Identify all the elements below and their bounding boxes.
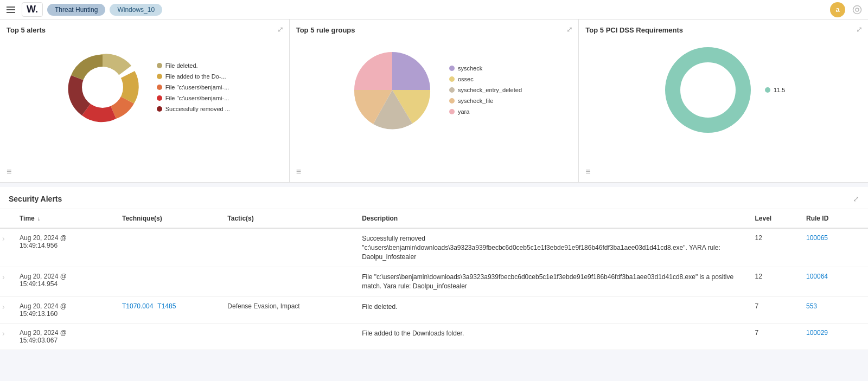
alerts-table-container: Time ↓ Technique(s) Tactic(s) Descriptio… [0, 209, 868, 350]
alerts-expand-icon[interactable]: ⤢ [853, 195, 859, 203]
chart2-content: syscheck ossec syscheck_entry_deleted sy… [296, 38, 572, 141]
chart3-title: Top 5 PCI DSS Requirements [585, 26, 861, 34]
alerts-table: Time ↓ Technique(s) Tactic(s) Descriptio… [0, 209, 868, 350]
row-description: File added to the Downloads folder. [355, 323, 748, 350]
legend-dot [157, 63, 162, 68]
legend-item: File "c:\users\benjami-... [157, 95, 230, 101]
chart2-legend: syscheck ossec syscheck_entry_deleted sy… [449, 65, 522, 115]
chart3-legend: 11.5 [765, 87, 785, 93]
row-time: Aug 20, 2024 @15:49:03.067 [13, 323, 116, 350]
legend-label: 11.5 [774, 87, 785, 93]
legend-label: ossec [458, 76, 474, 82]
th-level: Level [749, 209, 800, 228]
legend-dot [449, 87, 455, 93]
security-alerts-section: Security Alerts ⤢ Time ↓ Technique(s) Ta… [0, 187, 868, 350]
settings-icon[interactable] [851, 3, 864, 16]
user-avatar[interactable]: a [830, 2, 845, 17]
rule-id-link[interactable]: 100029 [806, 329, 828, 337]
legend-dot [449, 109, 455, 114]
chart1-donut [59, 44, 146, 131]
chart2-footer-icon: ≡ [296, 167, 301, 177]
chart3-expand-icon[interactable]: ⤢ [856, 25, 863, 34]
sort-desc-icon: ↓ [37, 216, 40, 222]
hamburger-menu[interactable] [4, 3, 17, 16]
th-time-label: Time [20, 215, 35, 222]
row-expand-cell[interactable]: › [0, 267, 13, 297]
rule-id-link[interactable]: 100064 [806, 273, 828, 280]
legend-item: syscheck [449, 65, 522, 72]
alerts-section-title: Security Alerts [9, 195, 62, 203]
chart-top5-pci: Top 5 PCI DSS Requirements ⤢ 11.5 ≡ [579, 20, 868, 182]
tab-windows10[interactable]: Windows_10 [110, 4, 162, 16]
legend-item: File deleted. [157, 62, 230, 69]
legend-label: File "c:\users\benjami-... [165, 95, 229, 101]
rule-id-link[interactable]: 553 [806, 302, 817, 310]
tab-threat-hunting[interactable]: Threat Hunting [47, 4, 105, 16]
row-level: 7 [749, 323, 800, 350]
table-row: ›Aug 20, 2024 @15:49:14.954File "c:\user… [0, 267, 868, 297]
table-row: ›Aug 20, 2024 @15:49:13.160T1070.004T148… [0, 296, 868, 323]
svg-rect-0 [7, 7, 15, 8]
row-techniques [116, 323, 221, 350]
technique-link[interactable]: T1070.004 [122, 302, 153, 310]
chevron-right-icon: › [2, 329, 5, 338]
row-description: File deleted. [355, 296, 748, 323]
svg-point-7 [687, 69, 729, 111]
legend-label: File added to the Do-... [165, 73, 226, 80]
row-time: Aug 20, 2024 @15:49:14.954 [13, 267, 116, 297]
row-rule-id[interactable]: 100029 [800, 323, 868, 350]
legend-item: ossec [449, 76, 522, 82]
legend-label: File deleted. [165, 62, 198, 69]
row-expand-cell[interactable]: › [0, 228, 13, 267]
rule-id-link[interactable]: 100065 [806, 234, 828, 242]
legend-label: syscheck_file [458, 98, 493, 104]
app-logo: W. [22, 2, 43, 17]
technique-link[interactable]: T1485 [157, 302, 176, 310]
legend-item: yara [449, 108, 522, 115]
th-tactics: Tactic(s) [221, 209, 355, 228]
row-rule-id[interactable]: 100065 [800, 228, 868, 267]
svg-point-4 [856, 8, 859, 11]
row-tactics [221, 323, 355, 350]
legend-dot [157, 95, 162, 101]
legend-label: File "c:\users\benjami-... [165, 84, 229, 91]
chart2-expand-icon[interactable]: ⤢ [566, 25, 573, 34]
row-tactics [221, 267, 355, 297]
row-time: Aug 20, 2024 @15:49:13.160 [13, 296, 116, 323]
th-description: Description [355, 209, 748, 228]
legend-dot [765, 87, 770, 93]
chart-top5-alerts: Top 5 alerts ⤢ [0, 20, 290, 182]
chart2-title: Top 5 rule groups [296, 26, 572, 34]
row-expand-cell[interactable]: › [0, 323, 13, 350]
chevron-right-icon: › [2, 273, 5, 281]
th-time[interactable]: Time ↓ [13, 209, 116, 228]
alerts-table-body: ›Aug 20, 2024 @15:49:14.956Successfully … [0, 228, 868, 350]
legend-item: 11.5 [765, 87, 785, 93]
legend-dot [449, 98, 455, 104]
legend-item: File added to the Do-... [157, 73, 230, 80]
chevron-right-icon: › [2, 234, 5, 243]
legend-dot [157, 106, 162, 112]
svg-rect-2 [7, 12, 15, 13]
legend-item: Successfully removed ... [157, 106, 230, 112]
alerts-header: Security Alerts ⤢ [0, 187, 868, 209]
chart1-expand-icon[interactable]: ⤢ [277, 25, 284, 34]
legend-item: File "c:\users\benjami-... [157, 84, 230, 91]
chart1-legend: File deleted. File added to the Do-... F… [157, 62, 230, 112]
chart1-title: Top 5 alerts [7, 26, 283, 34]
row-time: Aug 20, 2024 @15:49:14.956 [13, 228, 116, 267]
table-row: ›Aug 20, 2024 @15:49:14.956Successfully … [0, 228, 868, 267]
th-expand [0, 209, 13, 228]
th-rule-id: Rule ID [800, 209, 868, 228]
row-rule-id[interactable]: 553 [800, 296, 868, 323]
row-level: 12 [749, 267, 800, 297]
row-techniques: T1070.004T1485 [116, 296, 221, 323]
row-tactics: Defense Evasion, Impact [221, 296, 355, 323]
svg-point-5 [82, 67, 123, 108]
row-level: 12 [749, 228, 800, 267]
legend-label: syscheck [458, 65, 482, 72]
table-row: ›Aug 20, 2024 @15:49:03.067File added to… [0, 323, 868, 350]
row-rule-id[interactable]: 100064 [800, 267, 868, 297]
th-techniques: Technique(s) [116, 209, 221, 228]
row-expand-cell[interactable]: › [0, 296, 13, 323]
